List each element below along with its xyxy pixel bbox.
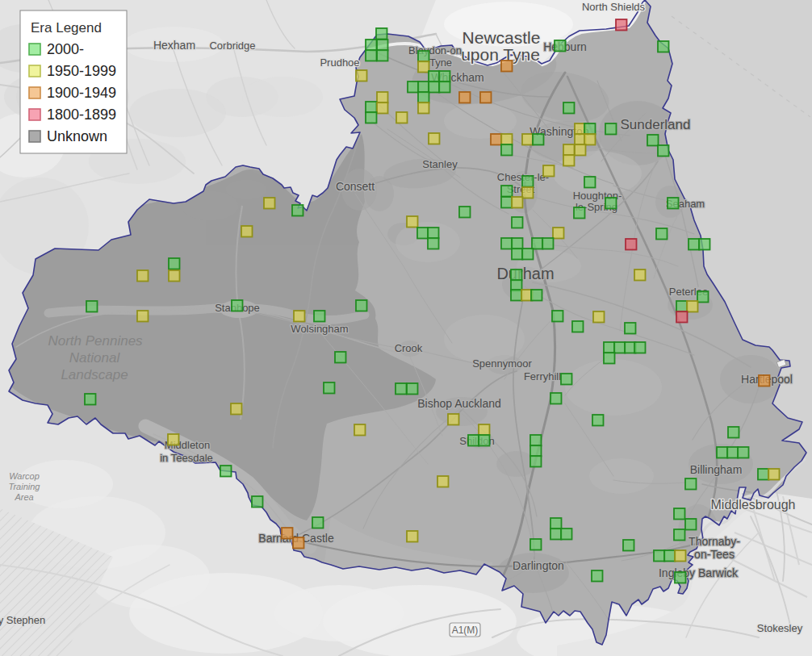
svg-text:on-Tees: on-Tees [694, 548, 735, 561]
svg-text:1950-1999: 1950-1999 [47, 63, 116, 79]
svg-text:Ferryhill: Ferryhill [524, 370, 561, 382]
svg-text:Tyne: Tyne [429, 56, 452, 69]
svg-text:Thornaby-: Thornaby- [689, 535, 740, 548]
svg-text:Durham: Durham [496, 265, 554, 282]
svg-text:y Stephen: y Stephen [0, 614, 45, 626]
svg-text:Consett: Consett [336, 180, 375, 193]
svg-text:Ingleby Barwick: Ingleby Barwick [659, 566, 739, 579]
svg-text:Spennymoor: Spennymoor [472, 357, 532, 370]
svg-text:Landscape: Landscape [61, 367, 128, 382]
svg-text:Newcastle: Newcastle [463, 28, 541, 47]
svg-text:Middlesbrough: Middlesbrough [711, 498, 796, 512]
svg-text:Corbridge: Corbridge [209, 40, 255, 52]
svg-text:upon Tyne: upon Tyne [461, 45, 540, 64]
svg-text:Blaydon-on: Blaydon-on [408, 44, 462, 56]
svg-text:Hexham: Hexham [153, 39, 195, 52]
svg-text:North Shields: North Shields [582, 1, 646, 13]
svg-text:Unknown: Unknown [47, 128, 107, 144]
svg-text:A1(M): A1(M) [452, 625, 479, 636]
svg-text:Era Legend: Era Legend [31, 20, 102, 36]
svg-text:Warcop: Warcop [9, 471, 40, 481]
svg-text:Training: Training [9, 482, 41, 491]
svg-text:Billingham: Billingham [690, 463, 743, 476]
svg-text:Prudhoe: Prudhoe [320, 56, 359, 69]
svg-text:Sunderland: Sunderland [621, 117, 691, 132]
svg-text:Stokesley: Stokesley [757, 622, 803, 634]
svg-text:Stanley: Stanley [422, 158, 458, 170]
svg-text:1800-1899: 1800-1899 [47, 107, 116, 123]
svg-text:Crook: Crook [395, 342, 423, 354]
svg-text:in Teesdale: in Teesdale [160, 452, 213, 464]
svg-text:North Pennines: North Pennines [48, 333, 143, 349]
svg-text:National: National [69, 350, 121, 366]
svg-text:Area: Area [14, 492, 33, 502]
svg-text:Darlington: Darlington [513, 559, 564, 572]
svg-text:1900-1949: 1900-1949 [47, 85, 116, 101]
svg-text:Wolsingham: Wolsingham [291, 323, 348, 335]
svg-text:2000-: 2000- [47, 41, 84, 57]
svg-text:Bishop Auckland: Bishop Auckland [417, 397, 501, 410]
